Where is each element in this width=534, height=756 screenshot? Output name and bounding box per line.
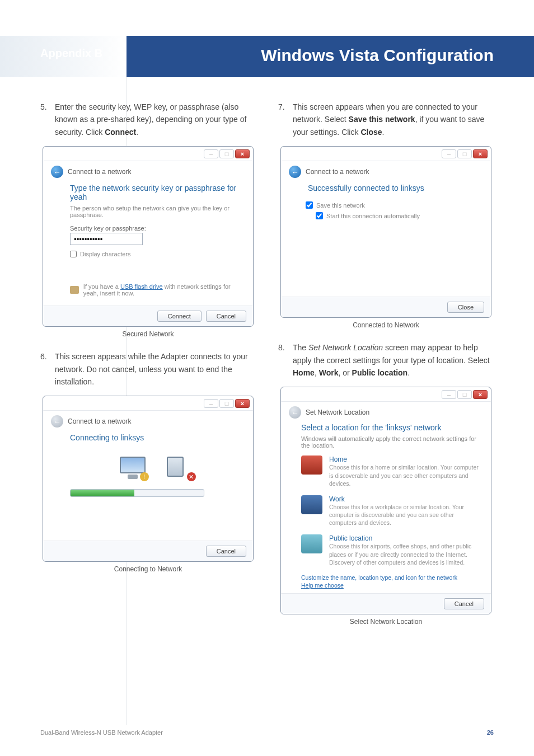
close-button[interactable]: × bbox=[235, 399, 250, 408]
connected-heading: Successfully connected to linksys bbox=[308, 184, 480, 192]
location-option-public[interactable]: Public location Choose this for airports… bbox=[301, 534, 482, 566]
location-option-work[interactable]: Work Choose this for a workplace or simi… bbox=[301, 495, 482, 527]
step-8-home-word: Home bbox=[293, 368, 315, 377]
dialog-breadcrumb: Connect to a network bbox=[68, 417, 131, 425]
step-8-work-word: Work bbox=[319, 368, 339, 377]
location-option-home[interactable]: Home Choose this for a home or similar l… bbox=[301, 456, 482, 487]
dialog-header-row: ← Connect to a network bbox=[43, 411, 253, 429]
secured-dialog-footer: Connect Cancel bbox=[43, 306, 253, 326]
dialog-header-row: ← Set Network Location bbox=[281, 402, 491, 420]
dialog-breadcrumb: Connect to a network bbox=[68, 168, 131, 176]
secured-network-dialog: – □ × ← Connect to a network Type the ne… bbox=[43, 146, 254, 327]
back-icon: ← bbox=[289, 406, 301, 419]
step-8-number: 8. bbox=[278, 341, 293, 379]
step-7: 7. This screen appears when you are conn… bbox=[278, 101, 494, 138]
display-characters-box[interactable] bbox=[70, 251, 77, 257]
secured-caption: Secured Network bbox=[40, 330, 256, 338]
home-icon bbox=[301, 456, 322, 475]
step-5-text-a: Enter the security key, WEP key, or pass… bbox=[55, 102, 246, 137]
warning-badge-icon: ! bbox=[140, 472, 149, 481]
min-button[interactable]: – bbox=[204, 149, 218, 158]
usb-tip-row: If you have a USB flash drive with netwo… bbox=[70, 283, 242, 297]
footer-product: Dual-Band Wireless-N USB Network Adapter bbox=[40, 729, 163, 736]
cancel-button[interactable]: Cancel bbox=[444, 598, 484, 609]
connecting-dialog-footer: Cancel bbox=[43, 541, 253, 561]
max-button[interactable]: □ bbox=[457, 390, 472, 399]
home-title: Home bbox=[329, 456, 482, 463]
work-title: Work bbox=[329, 495, 482, 503]
location-subtext: Windows will automatically apply the cor… bbox=[301, 435, 482, 449]
secured-dialog-body: Type the network security key or passphr… bbox=[43, 179, 253, 306]
secured-heading: Type the network security key or passphr… bbox=[70, 184, 242, 201]
auto-connect-checkbox[interactable]: Start this connection automatically bbox=[316, 212, 480, 219]
public-title: Public location bbox=[329, 534, 482, 542]
step-6: 6. This screen appears while the Adapter… bbox=[40, 350, 256, 388]
dialog-header-row: ← Connect to a network bbox=[281, 161, 491, 179]
connect-graphic: ! ✕ bbox=[70, 457, 242, 479]
passphrase-input[interactable] bbox=[70, 233, 143, 245]
appendix-label: Appendix B bbox=[40, 47, 102, 60]
cancel-button[interactable]: Cancel bbox=[206, 311, 246, 322]
footer-page-number: 26 bbox=[487, 729, 494, 736]
page-title: Windows Vista Configuration bbox=[261, 46, 494, 65]
save-network-checkbox[interactable]: Save this network bbox=[306, 201, 480, 209]
auto-connect-box[interactable] bbox=[316, 212, 323, 219]
back-icon[interactable]: ← bbox=[51, 166, 63, 178]
step-8-public-word: Public location bbox=[352, 368, 408, 377]
auto-connect-label: Start this connection automatically bbox=[326, 213, 420, 219]
save-network-label: Save this network bbox=[316, 202, 365, 209]
close-dialog-button[interactable]: Close bbox=[447, 302, 484, 313]
min-button[interactable]: – bbox=[442, 149, 456, 158]
right-column: 7. This screen appears when you are conn… bbox=[278, 101, 494, 638]
close-button[interactable]: × bbox=[473, 149, 488, 158]
location-dialog-body: Select a location for the 'linksys' netw… bbox=[281, 420, 491, 593]
usb-tip-pre: If you have a bbox=[83, 283, 120, 290]
step-5-body: Enter the security key, WEP key, or pass… bbox=[55, 101, 256, 138]
step-7-close-word: Close bbox=[360, 128, 382, 137]
cancel-button[interactable]: Cancel bbox=[206, 546, 246, 557]
step-8-text-i: . bbox=[407, 368, 410, 377]
max-button[interactable]: □ bbox=[219, 399, 234, 408]
max-button[interactable]: □ bbox=[457, 149, 472, 158]
save-network-box[interactable] bbox=[306, 201, 313, 209]
customize-link[interactable]: Customize the name, location type, and i… bbox=[301, 574, 482, 581]
step-7-number: 7. bbox=[278, 101, 293, 138]
step-7-save-word: Save this network bbox=[349, 115, 415, 124]
location-dialog-footer: Cancel bbox=[281, 593, 491, 614]
connected-dialog-body: Successfully connected to linksys Save t… bbox=[281, 179, 491, 297]
dialog-breadcrumb: Connect to a network bbox=[306, 168, 369, 176]
min-button[interactable]: – bbox=[442, 390, 456, 399]
help-me-choose-link[interactable]: Help me choose bbox=[301, 582, 482, 589]
left-column: 5. Enter the security key, WEP key, or p… bbox=[40, 101, 256, 638]
close-button[interactable]: × bbox=[235, 149, 250, 158]
step-8-screen-name: Set Network Location bbox=[308, 343, 383, 352]
step-5-connect-word: Connect bbox=[105, 128, 136, 137]
connect-button[interactable]: Connect bbox=[157, 311, 202, 322]
min-button[interactable]: – bbox=[204, 399, 218, 408]
step-8-text-a: The bbox=[293, 343, 308, 352]
back-icon[interactable]: ← bbox=[289, 166, 301, 178]
dialog-header-row: ← Connect to a network bbox=[43, 161, 253, 179]
step-8: 8. The Set Network Location screen may a… bbox=[278, 341, 494, 379]
connected-caption: Connected to Network bbox=[278, 321, 494, 329]
location-heading: Select a location for the 'linksys' netw… bbox=[301, 423, 482, 432]
usb-flash-drive-link[interactable]: USB flash drive bbox=[120, 283, 163, 290]
passphrase-label: Security key or passphrase: bbox=[70, 225, 242, 232]
public-icon bbox=[301, 534, 322, 553]
max-button[interactable]: □ bbox=[219, 149, 234, 158]
home-desc: Choose this for a home or similar locati… bbox=[329, 463, 482, 487]
dialog-titlebar: – □ × bbox=[281, 387, 491, 402]
dialog-breadcrumb: Set Network Location bbox=[306, 408, 369, 416]
display-characters-checkbox[interactable]: Display characters bbox=[70, 251, 242, 257]
step-8-body: The Set Network Location screen may appe… bbox=[293, 341, 494, 379]
close-button[interactable]: × bbox=[473, 390, 488, 399]
server-icon: ✕ bbox=[167, 457, 193, 479]
progress-bar bbox=[70, 489, 204, 497]
step-7-body: This screen appears when you are connect… bbox=[293, 101, 494, 138]
dialog-titlebar: – □ × bbox=[281, 147, 491, 161]
network-location-dialog: – □ × ← Set Network Location Select a lo… bbox=[280, 387, 491, 614]
connecting-heading: Connecting to linksys bbox=[70, 433, 242, 442]
step-5: 5. Enter the security key, WEP key, or p… bbox=[40, 101, 256, 138]
step-8-text-g: , or bbox=[338, 368, 352, 377]
work-desc: Choose this for a workplace or similar l… bbox=[329, 503, 482, 527]
